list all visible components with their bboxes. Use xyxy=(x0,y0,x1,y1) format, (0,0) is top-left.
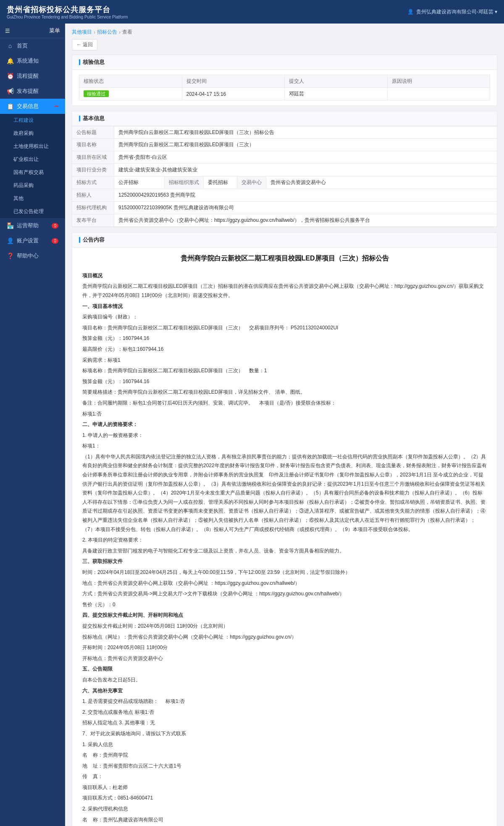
sidebar-item-help[interactable]: ❓ 帮助中心 xyxy=(0,248,65,263)
form-value-industry: 建筑业-建筑安装业-其他建筑安装业 xyxy=(114,164,497,176)
status-badge: 核验通过 xyxy=(84,90,109,97)
announce-p-27: 开标时间：2024年05月08日 11时00分 xyxy=(82,643,487,652)
form-row-bid-type: 招标方式 公开招标 招标组织形式 委托招标 交易中心 贵州省公共资源交易中心 xyxy=(72,176,497,189)
user-info[interactable]: 👤 贵州弘典建设咨询有限公司-邓廷芸 ▾ xyxy=(407,8,497,16)
announce-p-5: 预算金额（元）：1607944.16 xyxy=(82,334,487,343)
announce-p-31: 六、其他补充事宜 xyxy=(82,687,487,696)
bidding-badge: 0 xyxy=(52,223,58,229)
verify-title: 核验信息 xyxy=(83,58,105,66)
form-row-proj-name: 项目名称 贵州商学院白云新校区二期工程项目校园LED屏项目（三次） xyxy=(72,139,497,151)
sidebar-item-land[interactable]: 土地使用权出让 xyxy=(0,140,65,153)
sidebar-item-account[interactable]: 👤 账户设置 0 xyxy=(0,233,65,248)
announce-p-22: 方式：贵州省公共资源交易局->网上交易大厅->文件下载模块（交易中心网址 ：ht… xyxy=(82,589,487,599)
sidebar-item-published[interactable]: 已发公告处理 xyxy=(0,205,65,218)
verify-card-header: 核验信息 xyxy=(72,55,497,70)
trading-badge xyxy=(54,106,58,107)
announcement-card: 公告内容 贵州商学院白云新校区二期工程项目校园LED屏项目（三次）招标公告 项目… xyxy=(72,232,497,826)
form-value-platform: 贵州省公共资源交易中心（交易中心网址：https://ggzy.guizhou.… xyxy=(114,214,497,226)
announce-p-42: 2. 采购代理机构信息 xyxy=(82,805,487,814)
announcement-title-label: 公告内容 xyxy=(83,236,105,244)
return-button[interactable]: ← 返回 xyxy=(72,39,97,50)
sidebar-item-gov-purchase[interactable]: 政府采购 xyxy=(0,127,65,140)
verify-col-status: 核验状态 xyxy=(79,75,182,88)
breadcrumb-sep-1: › xyxy=(94,29,95,35)
sidebar-sub-label: 药品采购 xyxy=(13,182,34,188)
basic-info-body: 公告标题 贵州商学院白云新校区二期工程项目校园LED屏项目（三次）招标公告 项目… xyxy=(72,126,497,227)
sidebar-item-other[interactable]: 其他 xyxy=(0,192,65,205)
sidebar-item-bidding[interactable]: 🏪 运营帮助 0 xyxy=(0,218,65,233)
sidebar-item-trading[interactable]: 📋 交易信息 xyxy=(0,99,65,114)
verify-status: 核验通过 xyxy=(79,88,182,100)
announce-p-34: 招标人指定地点 3. 其他事项：无 xyxy=(82,718,487,728)
form-row-region: 项目所在区域 贵州省-贵阳市-白云区 xyxy=(72,151,497,164)
publish-icon: 📢 xyxy=(7,88,13,95)
form-label: 招标代理机构 xyxy=(72,202,114,214)
sidebar-toggle[interactable]: ☰ 菜单 xyxy=(0,24,65,38)
sidebar-item-label: 交易信息 xyxy=(17,103,39,110)
verify-card-body: 核验状态 提交时间 提交人 原因说明 核验通过 2024-04-17 15:16 xyxy=(72,70,497,105)
verify-col-time: 提交时间 xyxy=(182,75,285,88)
form-info: 公告标题 贵州商学院白云新校区二期工程项目校园LED屏项目（三次）招标公告 项目… xyxy=(72,126,497,227)
announcement-content: 贵州商学院白云新校区二期工程项目校园LED屏项目（三次）招标公告 项目概况 贵州… xyxy=(72,247,497,826)
sidebar-item-label: 系统通知 xyxy=(17,57,39,65)
sidebar-item-mineral[interactable]: 矿业权出让 xyxy=(0,153,65,166)
sidebar-item-home[interactable]: ⌂ 首页 xyxy=(0,38,65,53)
form-row-industry: 项目行业分类 建筑业-建筑安装业-其他建筑安装业 xyxy=(72,164,497,176)
announce-p-43: 名 称：贵州弘典建设咨询有限公司 xyxy=(82,815,487,825)
bid-type-tag: 公开招标 xyxy=(118,179,139,186)
announce-p-21: 地点：贵州省公共资源交易中心网上获取（交易中心网址 ：https://ggzy.… xyxy=(82,579,487,588)
form-row-agent: 招标代理机构 915200007221039905K 贵州弘典建设咨询有限公司 xyxy=(72,202,497,214)
form-label: 发布平台 xyxy=(72,214,114,226)
announce-p-17: 2. 本项目的特定资格要求： xyxy=(82,536,487,545)
announce-p-4: 项目名称：贵州商学院白云新校区二期工程项目校园LED屏项目（三次） 交易项目序列… xyxy=(82,324,487,333)
announce-p-14: 1. 申请人的一般资格要求： xyxy=(82,431,487,440)
announce-p-3: 采购项目编号（财政）： xyxy=(82,313,487,322)
verify-time: 2024-04-17 15:16 xyxy=(182,88,285,100)
announce-p-23: 售价（元）：0 xyxy=(82,600,487,610)
sidebar-sub-label: 矿业权出让 xyxy=(13,156,39,162)
sidebar-sub-label: 土地使用权出让 xyxy=(13,143,49,149)
announce-p-24: 四、提交投标文件截止时间、开标时间和地点 xyxy=(82,611,487,620)
form-label: 招标方式 xyxy=(72,176,114,189)
announce-p-40: 项目联系人：杜老师 xyxy=(82,783,487,792)
verify-reason xyxy=(387,88,490,100)
form-value-proj-name: 贵州商学院白云新校区二期工程项目校园LED屏项目（三次） xyxy=(114,139,497,151)
home-icon: ⌂ xyxy=(7,42,13,49)
verify-col-submitter: 提交人 xyxy=(285,75,388,88)
announce-p-8: 标项名称：贵州商学院白云新校区二期工程项目校园LED屏项目（三次） 数量：1 xyxy=(82,366,487,376)
sidebar-item-notify[interactable]: 🔔 系统通知 xyxy=(0,53,65,68)
trading-icon: 📋 xyxy=(7,103,13,110)
form-value-org-type: 委托招标 xyxy=(204,176,237,189)
announce-p-33: 2. 交货地点或服务地点 标项1:否 xyxy=(82,708,487,717)
form-label: 交易中心 xyxy=(237,176,266,189)
sidebar-item-medicine[interactable]: 药品采购 xyxy=(0,179,65,192)
sidebar-item-publish[interactable]: 📢 发布提醒 xyxy=(0,84,65,99)
announce-p-10: 简要规格描述：贵州商学院白云新校区二期工程项目校园LED屏项目，详见招标文件、 … xyxy=(82,388,487,397)
announce-p-38: 地 址：贵州省贵阳市白云区二十六大道1号 xyxy=(82,762,487,771)
sidebar-sub-label: 国有产权交易 xyxy=(13,169,44,175)
announce-p-16: （1）具有中华人民共和国境内依法登记注册的独立法人资格，具有独立承担民事责任的能… xyxy=(82,452,487,534)
user-icon: 👤 xyxy=(407,9,414,15)
breadcrumb-item-2[interactable]: 招标公告 xyxy=(97,29,117,36)
announce-p-2: 一、项目基本情况 xyxy=(82,302,487,311)
sidebar-item-state-assets[interactable]: 国有产权交易 xyxy=(0,166,65,179)
clock-icon: ⏰ xyxy=(7,73,13,79)
announce-p-11: 备注：合同履约期限：标包1:合同签订后40日历天内须到、安装、调试完毕。 本项目… xyxy=(82,399,487,408)
breadcrumb-item-1[interactable]: 其他项目 xyxy=(72,29,92,36)
sidebar-item-label: 账户设置 xyxy=(17,237,39,245)
table-row: 核验通过 2024-04-17 15:16 邓廷芸 xyxy=(79,88,490,100)
form-row-title: 公告标题 贵州商学院白云新校区二期工程项目校园LED屏项目（三次）招标公告 xyxy=(72,126,497,139)
username: 贵州弘典建设咨询有限公司-邓廷芸 ▾ xyxy=(416,8,497,16)
announce-p-35: 7、对于此次采购场地询问，请按以下方式联系 xyxy=(82,729,487,739)
form-label: 项目名称 xyxy=(72,139,114,151)
form-row-platform: 发布平台 贵州省公共资源交易中心（交易中心网址：https://ggzy.gui… xyxy=(72,214,497,227)
form-value-bid-type: 公开招标 xyxy=(114,176,165,189)
announce-p-15: 标项1： xyxy=(82,442,487,451)
announce-p-19: 三、获取招标文件 xyxy=(82,557,487,566)
sidebar-item-deadline[interactable]: ⏰ 流程提醒 xyxy=(0,68,65,84)
verify-col-reason: 原因说明 xyxy=(387,75,490,88)
announce-p-36: 1. 采购人信息 xyxy=(82,740,487,750)
announcement-header: 公告内容 xyxy=(72,233,497,247)
account-badge: 0 xyxy=(52,238,58,244)
sidebar-item-engineering[interactable]: 工程建设 xyxy=(0,114,65,127)
